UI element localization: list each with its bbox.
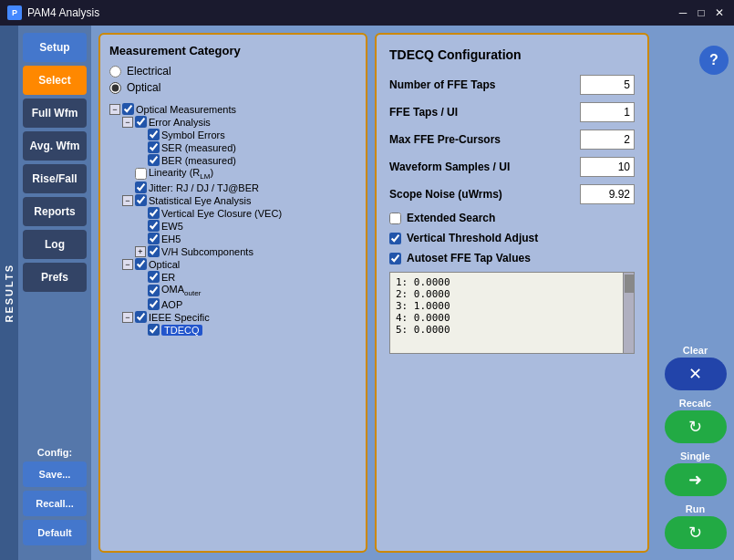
nav-avg-wfm-button[interactable]: Avg. Wfm — [23, 131, 87, 161]
cb-ber-measured[interactable] — [148, 154, 160, 166]
optical-label: Optical — [127, 81, 160, 94]
extended-search-row: Extended Search — [389, 212, 635, 224]
tree-aop: AOP — [135, 298, 357, 310]
max-ffe-precursors-row: Max FFE Pre-Cursors — [389, 130, 635, 150]
optical-radio[interactable] — [109, 82, 121, 94]
tdecq-config-title: TDECQ Configuration — [389, 47, 635, 62]
expand-vh-sub[interactable]: + — [135, 246, 146, 257]
nav-select-button[interactable]: Select — [23, 66, 87, 95]
tree-optical-measurements: − Optical Measurements — [109, 103, 357, 115]
vt-adjust-row: Vertical Threshold Adjust — [389, 232, 635, 244]
main-content: Measurement Category Electrical Optical — [91, 26, 656, 560]
tap-value-2: 2: 0.0000 — [396, 288, 628, 300]
expand-ieee[interactable]: − — [122, 312, 133, 323]
cb-tdecq[interactable] — [148, 324, 160, 336]
recalc-label: Recalc — [679, 398, 711, 409]
scrollbar-thumb[interactable] — [625, 275, 634, 293]
cb-error-analysis[interactable] — [135, 116, 147, 128]
vt-adjust-label: Vertical Threshold Adjust — [407, 232, 538, 244]
waveform-samples-label: Waveform Samples / UI — [389, 161, 510, 173]
tap-value-4: 4: 0.0000 — [396, 312, 628, 324]
scrollbar[interactable] — [623, 273, 634, 353]
single-button[interactable]: ➜ — [665, 463, 727, 496]
nav-reports-button[interactable]: Reports — [23, 197, 87, 226]
ffe-taps-row: Number of FFE Taps — [389, 75, 635, 95]
nav-setup-button[interactable]: Setup — [23, 33, 87, 62]
default-button[interactable]: Default — [23, 520, 87, 545]
autoset-ffe-checkbox[interactable] — [389, 253, 401, 264]
clear-group: Clear ✕ — [665, 345, 727, 390]
cb-linearity[interactable] — [135, 168, 147, 180]
cb-oma[interactable] — [148, 285, 160, 296]
nav-log-button[interactable]: Log — [23, 230, 87, 259]
cb-optical-measurements[interactable] — [122, 103, 134, 115]
tree-optical: − Optical — [122, 258, 357, 270]
expand-optical[interactable]: − — [122, 259, 133, 270]
waveform-samples-input[interactable] — [580, 157, 635, 177]
results-label: RESULTS — [4, 264, 15, 323]
expand-error-analysis[interactable]: − — [122, 117, 133, 128]
tree-tdecq: TDECQ — [135, 324, 357, 336]
tdecq-label: TDECQ — [161, 325, 202, 336]
recalc-button[interactable]: ↻ — [665, 410, 727, 443]
tap-value-3: 3: 1.0000 — [396, 300, 628, 312]
cb-eh5[interactable] — [148, 233, 160, 244]
nav-prefs-button[interactable]: Prefs — [23, 263, 87, 292]
tdecq-config-panel: TDECQ Configuration Number of FFE Taps F… — [375, 33, 649, 553]
electrical-radio[interactable] — [109, 66, 121, 78]
tree-jitter: Jitter: RJ / DJ / TJ@BER — [122, 181, 357, 193]
cb-ew5[interactable] — [148, 220, 160, 232]
results-sidebar: RESULTS — [0, 26, 18, 560]
tree-vec: Vertical Eye Closure (VEC) — [135, 207, 357, 219]
nav-rise-fall-button[interactable]: Rise/Fall — [23, 164, 87, 193]
expand-optical-measurements[interactable]: − — [109, 104, 120, 115]
measurement-panel: Measurement Category Electrical Optical — [98, 33, 367, 553]
extended-search-checkbox[interactable] — [389, 213, 401, 224]
autoset-ffe-label: Autoset FFE Tap Values — [407, 252, 531, 264]
left-nav: Setup Select Full Wfm Avg. Wfm Rise/Fall… — [18, 26, 91, 560]
ffe-taps-label: Number of FFE Taps — [389, 78, 495, 91]
cb-stat-eye[interactable] — [135, 194, 147, 206]
expand-stat-eye[interactable]: − — [122, 195, 133, 206]
radio-group: Electrical Optical — [109, 65, 357, 94]
run-button[interactable]: ↻ — [665, 516, 727, 549]
title-bar-left: P PAM4 Analysis — [7, 5, 99, 20]
scope-noise-input[interactable] — [580, 184, 635, 204]
vt-adjust-checkbox[interactable] — [389, 233, 401, 244]
cb-er[interactable] — [148, 271, 160, 283]
title-bar: P PAM4 Analysis ─ □ ✕ — [0, 0, 734, 26]
tree-stat-eye: − Statistical Eye Analysis — [122, 194, 357, 206]
recall-button[interactable]: Recall... — [23, 491, 87, 516]
tree-view: − Optical Measurements − Error Analysis — [109, 103, 357, 336]
tree-vh-sub: + V/H Subcomponents — [135, 245, 357, 257]
radio-optical: Optical — [109, 81, 357, 94]
ffe-taps-ui-input[interactable] — [580, 102, 635, 122]
close-button[interactable]: ✕ — [712, 5, 727, 20]
cb-symbol-errors[interactable] — [148, 129, 160, 140]
nav-full-wfm-button[interactable]: Full Wfm — [23, 99, 87, 128]
cb-ieee[interactable] — [135, 311, 147, 323]
clear-label: Clear — [683, 345, 708, 356]
cb-optical[interactable] — [135, 258, 147, 270]
cb-vh-sub[interactable] — [148, 245, 160, 257]
ffe-taps-input[interactable] — [580, 75, 635, 95]
max-ffe-precursors-input[interactable] — [580, 130, 635, 150]
cb-ser-measured[interactable] — [148, 141, 160, 153]
tap-value-5: 5: 0.0000 — [396, 324, 628, 336]
tree-er: ER — [135, 271, 357, 283]
clear-button[interactable]: ✕ — [665, 358, 727, 390]
cb-vec[interactable] — [148, 207, 160, 219]
extended-search-label: Extended Search — [407, 212, 495, 224]
help-button[interactable]: ? — [699, 46, 729, 75]
tree-error-analysis: − Error Analysis — [122, 116, 357, 128]
config-section: Config: Save... Recall... Default — [22, 447, 88, 553]
scope-noise-row: Scope Noise (uWrms) — [389, 184, 635, 204]
right-sidebar: ? Clear ✕ Recalc ↻ Single ➜ Run ↻ — [656, 26, 734, 560]
save-button[interactable]: Save... — [23, 461, 87, 487]
cb-aop[interactable] — [148, 298, 160, 310]
measurement-panel-title: Measurement Category — [109, 44, 357, 57]
minimize-button[interactable]: ─ — [676, 5, 690, 20]
cb-jitter[interactable] — [135, 181, 147, 193]
scope-noise-label: Scope Noise (uWrms) — [389, 188, 502, 201]
maximize-button[interactable]: □ — [694, 5, 708, 20]
